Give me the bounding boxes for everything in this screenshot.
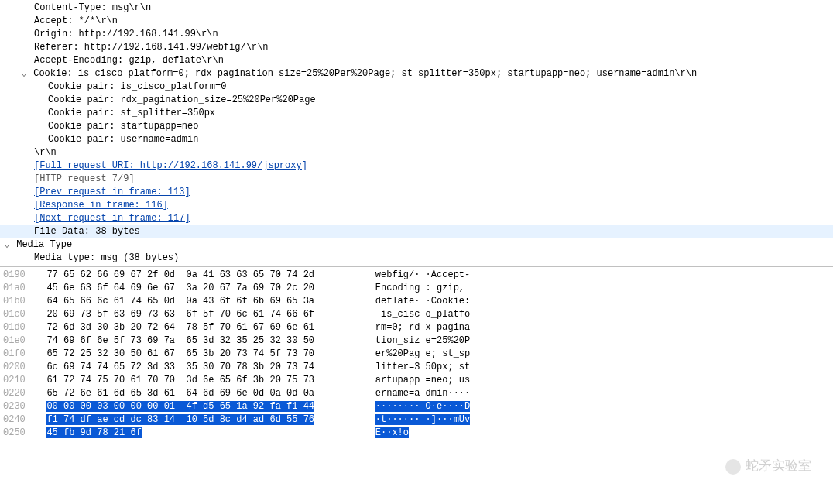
hex-bytes[interactable]: 45 6e 63 6f 64 69 6e 67 3a 20 67 7a 69 7… bbox=[46, 282, 364, 295]
hex-offset: 01e0 bbox=[3, 334, 36, 348]
http-request-index[interactable]: [HTTP request 7/9] bbox=[0, 173, 833, 186]
cookie-pair[interactable]: Cookie pair: username=admin bbox=[0, 133, 833, 146]
header-accept-encoding[interactable]: Accept-Encoding: gzip, deflate\r\n bbox=[0, 54, 833, 67]
hex-row[interactable]: 01e0 74 69 6f 6e 5f 73 69 7a 65 3d 32 35… bbox=[3, 334, 830, 348]
hex-ascii[interactable]: rm=0; rd x_pagina bbox=[375, 321, 470, 334]
hex-ascii[interactable]: er%20Pag e; st_sp bbox=[375, 348, 470, 361]
cookie-pair[interactable]: Cookie pair: rdx_pagination_size=25%20Pe… bbox=[0, 94, 833, 107]
next-request-link[interactable]: [Next request in frame: 117] bbox=[0, 212, 833, 225]
hex-ascii[interactable]: ·t······ ·]···mUv bbox=[375, 413, 470, 427]
hex-offset: 0190 bbox=[3, 269, 36, 282]
hex-ascii[interactable]: webfig/· ·Accept- bbox=[375, 269, 470, 282]
hex-offset: 0240 bbox=[3, 413, 36, 427]
full-request-uri[interactable]: [Full request URI: http://192.168.141.99… bbox=[0, 159, 833, 173]
hex-row[interactable]: 0220 65 72 6e 61 6d 65 3d 61 64 6d 69 6e… bbox=[3, 387, 830, 400]
hex-bytes[interactable]: 61 72 74 75 70 61 70 70 3d 6e 65 6f 3b 2… bbox=[46, 374, 364, 387]
hex-offset: 01f0 bbox=[3, 348, 36, 361]
hex-offset: 01c0 bbox=[3, 308, 36, 321]
hex-bytes[interactable]: 20 69 73 5f 63 69 73 63 6f 5f 70 6c 61 7… bbox=[46, 308, 364, 321]
hex-ascii[interactable]: Encoding : gzip, bbox=[375, 282, 470, 295]
hex-offset: 0200 bbox=[3, 361, 36, 374]
hex-offset: 01b0 bbox=[3, 295, 36, 308]
chevron-down-icon: ⌄ bbox=[3, 238, 11, 252]
packet-details-pane[interactable]: Content-Type: msg\r\n Accept: */*\r\n Or… bbox=[0, 0, 833, 266]
hex-row[interactable]: 01b0 64 65 66 6c 61 74 65 0d 0a 43 6f 6f… bbox=[3, 295, 830, 308]
hex-dump-pane[interactable]: 0190 77 65 62 66 69 67 2f 0d 0a 41 63 63… bbox=[0, 267, 833, 441]
hex-bytes[interactable]: 77 65 62 66 69 67 2f 0d 0a 41 63 63 65 7… bbox=[46, 269, 364, 282]
hex-row[interactable]: 01f0 65 72 25 32 30 50 61 67 65 3b 20 73… bbox=[3, 348, 830, 361]
file-data[interactable]: File Data: 38 bytes bbox=[0, 225, 833, 238]
hex-offset: 01d0 bbox=[3, 321, 36, 334]
hex-ascii[interactable]: tion_siz e=25%20P bbox=[375, 334, 470, 348]
crlf-terminator[interactable]: \r\n bbox=[0, 146, 833, 159]
cookie-pair[interactable]: Cookie pair: startupapp=neo bbox=[0, 120, 833, 133]
hex-offset: 0250 bbox=[3, 427, 36, 440]
hex-bytes[interactable]: 65 72 6e 61 6d 65 3d 61 64 6d 69 6e 0d 0… bbox=[46, 387, 364, 400]
hex-ascii[interactable]: is_cisc o_platfo bbox=[375, 308, 470, 321]
media-type-node[interactable]: ⌄ Media Type bbox=[0, 238, 833, 252]
hex-bytes[interactable]: 65 72 25 32 30 50 61 67 65 3b 20 73 74 5… bbox=[46, 348, 364, 361]
media-type-value[interactable]: Media type: msg (38 bytes) bbox=[0, 252, 833, 265]
hex-bytes[interactable]: 6c 69 74 74 65 72 3d 33 35 30 70 78 3b 2… bbox=[46, 361, 364, 374]
hex-ascii[interactable]: ername=a dmin···· bbox=[375, 387, 470, 400]
hex-ascii[interactable]: ········ O·e····D bbox=[375, 400, 470, 413]
hex-bytes[interactable]: 00 00 00 03 00 00 00 01 4f d5 65 1a 92 f… bbox=[46, 400, 364, 413]
header-origin[interactable]: Origin: http://192.168.141.99\r\n bbox=[0, 28, 833, 41]
hex-row[interactable]: 0210 61 72 74 75 70 61 70 70 3d 6e 65 6f… bbox=[3, 374, 830, 387]
hex-bytes[interactable]: 72 6d 3d 30 3b 20 72 64 78 5f 70 61 67 6… bbox=[46, 321, 364, 334]
hex-row[interactable]: 01d0 72 6d 3d 30 3b 20 72 64 78 5f 70 61… bbox=[3, 321, 830, 334]
header-accept[interactable]: Accept: */*\r\n bbox=[0, 15, 833, 28]
hex-offset: 01a0 bbox=[3, 282, 36, 295]
hex-bytes[interactable]: 74 69 6f 6e 5f 73 69 7a 65 3d 32 35 25 3… bbox=[46, 334, 364, 348]
hex-ascii[interactable]: artupapp =neo; us bbox=[375, 374, 470, 387]
hex-bytes[interactable]: 64 65 66 6c 61 74 65 0d 0a 43 6f 6f 6b 6… bbox=[46, 295, 364, 308]
hex-row[interactable]: 0190 77 65 62 66 69 67 2f 0d 0a 41 63 63… bbox=[3, 269, 830, 282]
prev-request-link[interactable]: [Prev request in frame: 113] bbox=[0, 186, 833, 199]
hex-ascii[interactable]: E··x!o bbox=[375, 427, 409, 440]
hex-ascii[interactable]: deflate· ·Cookie: bbox=[375, 295, 470, 308]
hex-row[interactable]: 01c0 20 69 73 5f 63 69 73 63 6f 5f 70 6c… bbox=[3, 308, 830, 321]
response-in-link[interactable]: [Response in frame: 116] bbox=[0, 199, 833, 212]
hex-bytes[interactable]: 45 fb 9d 78 21 6f bbox=[46, 427, 364, 440]
hex-row[interactable]: 01a0 45 6e 63 6f 64 69 6e 67 3a 20 67 7a… bbox=[3, 282, 830, 295]
header-referer[interactable]: Referer: http://192.168.141.99/webfig/\r… bbox=[0, 41, 833, 54]
hex-offset: 0210 bbox=[3, 374, 36, 387]
hex-offset: 0220 bbox=[3, 387, 36, 400]
hex-ascii[interactable]: litter=3 50px; st bbox=[375, 361, 470, 374]
cookie-pair[interactable]: Cookie pair: st_splitter=350px bbox=[0, 107, 833, 120]
cookie-pair[interactable]: Cookie pair: is_cisco_platform=0 bbox=[0, 81, 833, 94]
header-content-type[interactable]: Content-Type: msg\r\n bbox=[0, 2, 833, 15]
chevron-down-icon: ⌄ bbox=[20, 67, 28, 81]
hex-row[interactable]: 0200 6c 69 74 74 65 72 3d 33 35 30 70 78… bbox=[3, 361, 830, 374]
header-cookie[interactable]: ⌄ Cookie: is_cisco_platform=0; rdx_pagin… bbox=[0, 67, 833, 81]
hex-bytes[interactable]: f1 74 df ae cd dc 83 14 10 5d 8c d4 ad 6… bbox=[46, 413, 364, 427]
hex-row[interactable]: 0240 f1 74 df ae cd dc 83 14 10 5d 8c d4… bbox=[3, 413, 830, 427]
hex-row[interactable]: 0250 45 fb 9d 78 21 6f E··x!o bbox=[3, 427, 830, 440]
hex-offset: 0230 bbox=[3, 400, 36, 413]
hex-row[interactable]: 0230 00 00 00 03 00 00 00 01 4f d5 65 1a… bbox=[3, 400, 830, 413]
